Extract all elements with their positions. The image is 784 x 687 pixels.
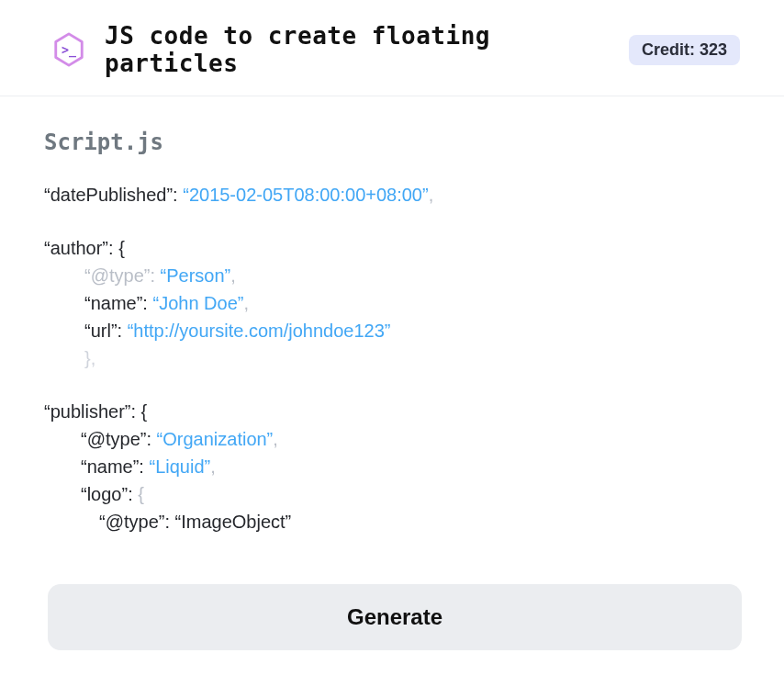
page-title: JS code to create floating particles [105,22,629,77]
code-line: “name”: “Liquid”, [44,453,740,480]
svg-text:>_: >_ [62,43,76,58]
code-line: “name”: “John Doe”, [44,289,740,317]
code-line: “author”: { [44,234,740,262]
code-line: “@type”: “ImageObject” [44,508,740,535]
header: >_ JS code to create floating particles … [0,0,784,96]
code-line: “@type”: “Organization”, [44,425,740,453]
code-line: }, [44,344,740,372]
code-line: “@type”: “Person”, [44,262,740,289]
file-name: Script.js [44,130,740,155]
code-publisher-block: “publisher”: { “@type”: “Organization”, … [44,398,740,535]
app-logo-icon: >_ [51,32,86,67]
generate-button[interactable]: Generate [48,584,742,650]
code-line: “publisher”: { [44,398,740,425]
code-line: “datePublished”: “2015-02-05T08:00:00+08… [44,181,740,208]
code-line: “logo”: { [44,480,740,508]
credit-badge: Credit: 323 [629,35,740,65]
code-block: “datePublished”: “2015-02-05T08:00:00+08… [44,181,740,535]
code-key: “datePublished” [44,185,173,205]
code-line: “url”: “http://yoursite.com/johndoe123” [44,317,740,344]
code-value: “2015-02-05T08:00:00+08:00” [183,185,428,205]
main-content: Script.js “datePublished”: “2015-02-05T0… [0,96,784,535]
action-bar: Generate [48,584,742,650]
code-author-block: “author”: { “@type”: “Person”, “name”: “… [44,234,740,372]
